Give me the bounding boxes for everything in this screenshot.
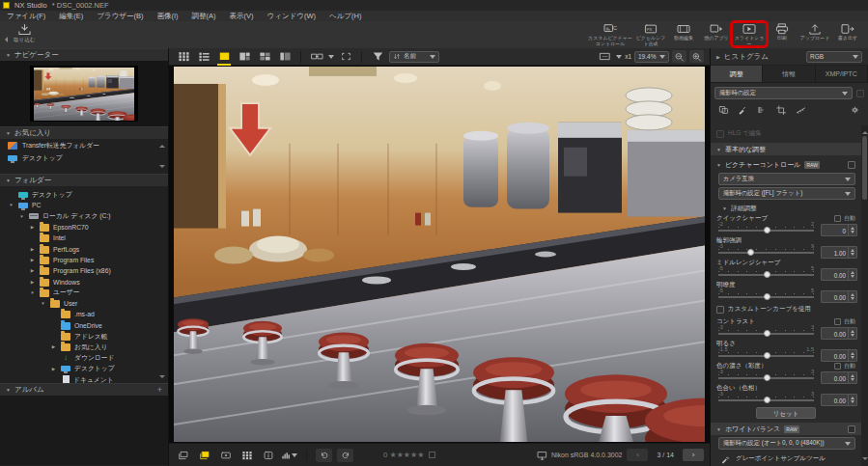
slider-thumb[interactable] <box>764 397 770 403</box>
reset-button[interactable]: リセット <box>756 407 816 419</box>
menu-item[interactable]: ウィンドウ(W) <box>261 12 322 21</box>
video-edit-button[interactable]: 動画編集 <box>667 23 700 41</box>
expand-right-icon[interactable]: ▶ <box>29 247 36 252</box>
preset-checkbox[interactable] <box>856 90 864 97</box>
star-icon[interactable]: ★ <box>404 451 410 459</box>
slider-thumb[interactable] <box>764 293 770 300</box>
hlg-checkbox[interactable] <box>716 130 724 138</box>
slider-track[interactable] <box>718 274 814 276</box>
picture-control-header[interactable]: ▼ ピクチャーコントロール RAW <box>711 159 861 171</box>
auto-checkbox[interactable] <box>834 318 841 325</box>
panel-scrollbar[interactable] <box>861 125 868 466</box>
tree-item[interactable]: ▶Program Files <box>0 255 168 265</box>
expand-right-icon[interactable]: ▶ <box>29 225 36 230</box>
slider-thumb[interactable] <box>764 330 770 337</box>
filter-button[interactable] <box>369 50 386 64</box>
detail-adjust-header[interactable]: ▼ 詳細調整 <box>722 204 861 213</box>
tree-item[interactable]: ▶デスクトップ <box>0 364 168 374</box>
gray-point-tool[interactable]: グレーポイントサンプルツール <box>720 453 861 464</box>
expand-down-icon[interactable]: ▼ <box>18 214 25 219</box>
menu-item[interactable]: ヘルプ(H) <box>322 12 368 21</box>
tree-item[interactable]: ▼ユーザー <box>0 288 168 298</box>
chevron-down-icon[interactable] <box>328 55 334 62</box>
expand-down-icon[interactable]: ▼ <box>29 290 36 295</box>
expand-right-icon[interactable]: ▶ <box>29 258 36 262</box>
scroll-down-icon[interactable] <box>159 375 165 381</box>
filmstrip-toggle-button[interactable] <box>196 449 212 462</box>
straighten-icon[interactable] <box>796 105 806 115</box>
settings-gear-icon[interactable] <box>850 105 860 115</box>
tree-item[interactable]: Intel <box>0 233 168 243</box>
image-viewer[interactable] <box>169 66 710 443</box>
favorite-item[interactable]: Transfer転送先フォルダー <box>0 139 168 151</box>
navigator-header[interactable]: ▼ ナビゲーター <box>0 48 168 61</box>
crop-icon[interactable] <box>776 105 787 115</box>
slider-thumb[interactable] <box>764 374 770 381</box>
tree-item[interactable]: ▶Windows <box>0 276 168 287</box>
tree-item[interactable]: OneDrive <box>0 320 168 331</box>
menu-item[interactable]: ファイル(F) <box>0 12 52 21</box>
print-button[interactable]: 印刷 <box>766 23 798 41</box>
zoom-1to1-button[interactable]: x1 <box>625 53 631 60</box>
slider-thumb[interactable] <box>764 271 770 278</box>
expand-right-icon[interactable]: ▶ <box>50 367 57 371</box>
tree-item[interactable]: ▼ローカル ディスク (C:) <box>0 211 168 222</box>
navigator-thumbnail[interactable] <box>30 66 138 122</box>
grid-view-button[interactable] <box>175 50 192 64</box>
histogram-channel-select[interactable]: RGB <box>806 51 862 63</box>
slideshow-button[interactable]: スライドショー <box>733 23 766 46</box>
chevron-down-icon[interactable] <box>616 55 622 62</box>
tree-item[interactable]: ▶EpsonRC70 <box>0 222 168 233</box>
stepper[interactable] <box>848 328 856 339</box>
zoom-percent-select[interactable]: 19.4% <box>634 51 669 63</box>
stepper[interactable] <box>848 350 856 361</box>
slider-track[interactable] <box>718 333 814 335</box>
other-app-button[interactable]: 他のアプリ <box>700 23 733 41</box>
white-balance-header[interactable]: ▼ ホワイトバランス RAW <box>711 423 861 435</box>
custom-tone-checkbox[interactable] <box>716 306 724 314</box>
focus-point-button[interactable] <box>217 449 234 462</box>
custom-picture-control-button[interactable]: Cカスタムピクチャーコントロール <box>586 23 634 46</box>
expand-right-icon[interactable]: ▶ <box>29 280 36 285</box>
export-button[interactable]: 書き出す <box>831 23 864 41</box>
tree-item[interactable]: デスクトップ <box>0 189 168 200</box>
rating-control[interactable]: 0 ★★★★★ <box>383 451 435 459</box>
expand-down-icon[interactable]: ▼ <box>40 301 46 306</box>
split-2up-view-button[interactable] <box>236 50 253 64</box>
tree-item[interactable]: ↓ダウンロード <box>0 352 168 363</box>
next-image-button[interactable]: › <box>683 449 704 461</box>
tab-XMP/IPTC[interactable]: XMP/IPTC <box>816 66 868 82</box>
picture-control-engine-select[interactable]: カメラ互換 <box>718 173 855 185</box>
scrollbar-thumb[interactable] <box>862 136 867 200</box>
stepper[interactable] <box>848 291 856 302</box>
tab-調整[interactable]: 調整 <box>711 66 763 82</box>
star-icon[interactable]: ★ <box>389 451 396 459</box>
white-balance-checkbox[interactable] <box>848 425 855 433</box>
compare-button[interactable] <box>308 50 325 64</box>
tree-item[interactable]: ▼PC <box>0 200 168 210</box>
scroll-up-icon[interactable] <box>862 128 868 134</box>
thumbnail-toggle-button[interactable] <box>175 449 191 462</box>
add-album-button[interactable]: + <box>157 386 162 395</box>
stepper[interactable] <box>848 372 856 383</box>
menu-item[interactable]: 調整(A) <box>185 12 223 21</box>
favorite-item[interactable]: デスクトップ <box>0 151 168 164</box>
histogram-overlay-button[interactable] <box>281 449 297 462</box>
auto-checkbox[interactable] <box>834 215 841 222</box>
undo-button[interactable] <box>316 449 332 462</box>
expand-right-icon[interactable]: ▶ <box>29 268 36 273</box>
slider-track[interactable] <box>718 399 814 401</box>
tree-item[interactable]: ▶Program Files (x86) <box>0 265 168 276</box>
copy-adjustments-icon[interactable] <box>718 105 729 115</box>
list-view-button[interactable] <box>195 50 212 64</box>
star-icon[interactable]: ★ <box>397 451 404 459</box>
slider-track[interactable] <box>718 355 814 357</box>
stepper[interactable] <box>848 247 856 258</box>
filmstrip-view-button[interactable] <box>276 50 294 64</box>
tree-item[interactable]: ▶PerfLogs <box>0 243 168 254</box>
label-tag-button[interactable] <box>429 452 435 458</box>
tab-情報[interactable]: 情報 <box>763 66 815 82</box>
folders-header[interactable]: ▼ フォルダー <box>0 174 168 186</box>
tree-item[interactable]: ▶お気に入り <box>0 342 168 352</box>
paste-adjustments-icon[interactable] <box>738 105 748 115</box>
